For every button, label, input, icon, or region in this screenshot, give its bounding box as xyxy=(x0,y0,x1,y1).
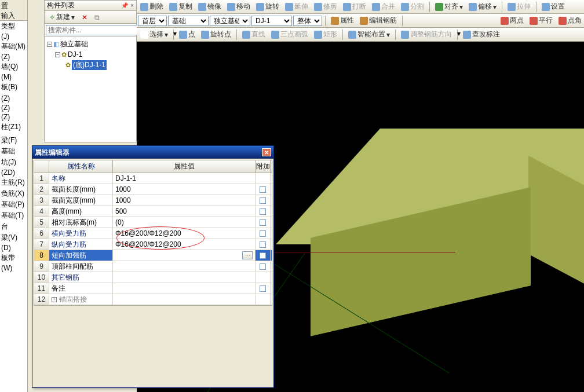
tree-root[interactable]: − ◧ 独立基础 xyxy=(47,39,134,49)
category-item[interactable]: 基础(T) xyxy=(0,210,27,221)
property-value[interactable]: DJ-1-1 xyxy=(113,173,256,184)
property-row[interactable]: 6横向受力筋Φ16@200/Φ12@200 xyxy=(34,228,272,239)
category-item[interactable]: 主筋(R) xyxy=(0,177,27,188)
toolbar-button[interactable]: 选择▾ xyxy=(138,29,170,41)
search-input[interactable] xyxy=(46,25,137,35)
checkbox[interactable] xyxy=(260,197,266,204)
category-item[interactable]: (Z) xyxy=(0,52,27,61)
property-value[interactable] xyxy=(113,294,256,305)
category-item[interactable]: 板(B) xyxy=(0,82,27,93)
property-row[interactable]: 1名称DJ-1-1 xyxy=(34,173,272,184)
checkbox[interactable] xyxy=(260,252,266,259)
new-component-button[interactable]: ✧ 新建 ▾ xyxy=(47,12,77,23)
checkbox[interactable] xyxy=(260,285,266,292)
collapse-icon[interactable]: − xyxy=(55,52,60,57)
property-value[interactable]: ⋯ xyxy=(113,250,256,261)
collapse-icon[interactable]: − xyxy=(47,42,52,47)
property-value[interactable]: 1000 xyxy=(113,195,256,206)
property-add[interactable] xyxy=(256,173,271,184)
toolbar-button[interactable]: 点 xyxy=(177,29,198,41)
category-item[interactable]: 墙(Q) xyxy=(0,61,27,72)
checkbox[interactable] xyxy=(260,186,266,193)
property-add[interactable] xyxy=(256,239,271,250)
category-item[interactable]: (Z) xyxy=(0,112,27,122)
category-item[interactable]: 类型 xyxy=(0,21,27,32)
property-value[interactable] xyxy=(113,283,256,294)
property-add[interactable] xyxy=(256,294,271,305)
panel-close-icon[interactable]: × xyxy=(130,2,134,9)
toolbar-select-sub[interactable]: 独立基础 xyxy=(210,16,250,26)
property-row[interactable]: 11备注 xyxy=(34,283,272,294)
toolbar-select-item[interactable]: DJ-1 xyxy=(251,16,292,26)
property-row[interactable]: 2截面长度(mm)1000 xyxy=(34,184,272,195)
tree-leaf[interactable]: ✿ (底)DJ-1-1 xyxy=(47,60,134,70)
property-value[interactable]: 500 xyxy=(113,206,256,217)
category-item[interactable]: (ZD) xyxy=(0,168,27,177)
property-value[interactable] xyxy=(113,261,256,272)
property-row[interactable]: 12+锚固搭接 xyxy=(34,294,272,305)
property-row[interactable]: 8短向加强筋⋯ xyxy=(34,250,272,261)
toolbar-select-cat[interactable]: 基础 xyxy=(168,16,209,26)
property-add[interactable] xyxy=(256,272,271,283)
toolbar-button[interactable]: 移动 xyxy=(225,1,253,13)
toolbar-button[interactable]: 智能布置▾ xyxy=(346,29,392,41)
category-item[interactable]: 基础(M) xyxy=(0,41,27,52)
dialog-titlebar[interactable]: 属性编辑器 ✕ xyxy=(32,146,273,159)
category-item[interactable]: 坑(J) xyxy=(0,157,27,168)
property-add[interactable] xyxy=(256,228,271,239)
property-row[interactable]: 7纵向受力筋Φ16@200/Φ12@200 xyxy=(34,239,272,250)
toolbar-button[interactable]: 查改标注 xyxy=(461,29,502,41)
property-value[interactable]: (0) xyxy=(113,217,256,228)
property-add[interactable] xyxy=(256,206,271,217)
property-add[interactable] xyxy=(256,250,271,261)
category-item[interactable]: 柱(Z1) xyxy=(0,122,27,133)
toolbar-button[interactable]: 镜像 xyxy=(196,1,224,13)
property-add[interactable] xyxy=(256,261,271,272)
property-value[interactable] xyxy=(113,272,256,283)
property-value[interactable]: Φ16@200/Φ12@200 xyxy=(113,239,256,250)
checkbox[interactable] xyxy=(260,230,266,237)
property-value[interactable]: Φ16@200/Φ12@200 xyxy=(113,228,256,239)
checkbox[interactable] xyxy=(260,263,266,270)
toolbar-button[interactable]: 旋转点 xyxy=(199,29,233,41)
toolbar-button[interactable]: 两点 xyxy=(498,15,526,27)
property-row[interactable]: 3截面宽度(mm)1000 xyxy=(34,195,272,206)
delete-component-button[interactable]: ✕ xyxy=(79,12,90,23)
category-item[interactable]: 基础(P) xyxy=(0,199,27,210)
expand-icon[interactable]: + xyxy=(52,297,57,302)
pin-icon[interactable]: 📌 xyxy=(121,2,128,9)
checkbox[interactable] xyxy=(260,241,266,248)
property-row[interactable]: 10其它钢筋 xyxy=(34,272,272,283)
close-button[interactable]: ✕ xyxy=(262,148,271,156)
toolbar-button[interactable]: 删除 xyxy=(138,1,166,13)
toolbar-button[interactable]: 点角 xyxy=(556,15,584,27)
property-add[interactable] xyxy=(256,283,271,294)
category-item[interactable]: 台 xyxy=(0,221,27,232)
property-add[interactable] xyxy=(256,184,271,195)
property-row[interactable]: 9顶部柱间配筋 xyxy=(34,261,272,272)
toolbar-button[interactable]: 旋转 xyxy=(254,1,282,13)
property-add[interactable] xyxy=(256,195,271,206)
property-row[interactable]: 4高度(mm)500 xyxy=(34,206,272,217)
toolbar-button[interactable]: 偏移▾ xyxy=(466,1,499,13)
category-item[interactable]: (D) xyxy=(0,243,27,252)
toolbar-select-mode[interactable]: 整体 xyxy=(293,16,322,26)
toolbar-button[interactable]: 平行 xyxy=(527,15,555,27)
copy-component-button[interactable]: ⧉ xyxy=(92,12,102,23)
category-item[interactable]: 负筋(X) xyxy=(0,188,27,199)
ellipsis-button[interactable]: ⋯ xyxy=(242,251,253,259)
property-add[interactable] xyxy=(256,217,271,228)
toolbar-select-layer[interactable]: 首层 xyxy=(138,16,167,26)
toolbar-button[interactable]: 复制 xyxy=(167,1,195,13)
category-item[interactable]: 梁(V) xyxy=(0,232,27,243)
category-item[interactable]: 梁(F) xyxy=(0,135,27,146)
category-item[interactable]: 板带 xyxy=(0,252,27,263)
toolbar-button[interactable]: 编辑钢筋 xyxy=(357,15,399,27)
category-item[interactable]: (Z) xyxy=(0,94,27,103)
category-item[interactable]: (J) xyxy=(0,32,27,41)
property-row[interactable]: 5相对底标高(m)(0) xyxy=(34,217,272,228)
toolbar-button[interactable]: 属性 xyxy=(329,15,356,27)
category-item[interactable]: (M) xyxy=(0,72,27,82)
tree-child[interactable]: − ✿ DJ-1 xyxy=(47,49,134,60)
toolbar-button[interactable]: 设置 xyxy=(539,1,567,13)
